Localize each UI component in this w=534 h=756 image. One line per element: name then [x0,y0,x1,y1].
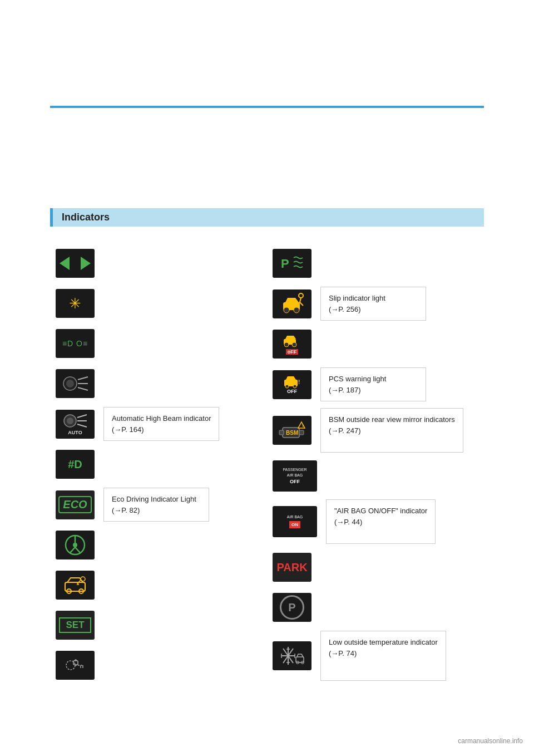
circled-p-icon: P [280,595,304,620]
svg-line-7 [77,415,87,418]
park-row: PARK [267,547,484,587]
indicators-grid: ✳ ≡D O≡ [50,243,484,685]
svg-line-9 [77,424,87,427]
slip-callout-ref: (→P. 256) [329,305,361,313]
eco-icon-box: ECO [56,490,95,519]
hash-d-icon-box: #D [56,450,95,479]
pcs-callout-ref: (→P. 187) [329,386,361,394]
temp-callout-ref: (→P. 74) [329,649,357,657]
section-header: Indicators [50,208,484,227]
slip-off-row: oFF [267,324,484,364]
steering-icon-box [56,531,95,559]
svg-rect-15 [65,582,85,591]
left-column: ✳ ≡D O≡ [50,243,267,685]
svg-rect-56 [296,657,304,662]
top-divider [50,106,484,108]
section-title: Indicators [62,212,110,223]
svg-marker-46 [298,422,305,428]
pcs-callout: PCS warning light (→P. 187) [320,367,426,401]
svg-text:!: ! [302,423,304,428]
pcs-off-label: OFF [287,389,297,394]
temp-row: Low outside temperature indicator (→P. 7… [267,627,484,684]
slip-indicator-row: Slip indicator light (→P. 256) [267,283,484,324]
svg-point-39 [285,385,289,388]
eco-row: ECO Eco Driving Indicator Light (→P. 82) [50,484,267,525]
bsm-row: BSM ! BSM outside rear view mirror indic… [267,405,484,456]
light-control-row: ✳ [50,283,267,323]
watermark: carmanualsonline.info [458,737,523,745]
edo-icon-box: ≡D O≡ [56,329,95,358]
p-waves-svg: P [278,252,306,274]
temp-svg [279,645,305,667]
auto-highbeam-row: AUTO Automatic High Beam indicator (→P. … [50,404,267,444]
eco-callout-text: Eco Driving Indicator Light [112,495,196,503]
hash-d-icon: #D [68,458,82,471]
slip-callout-text: Slip indicator light [329,294,385,302]
headlights-icon-box [56,369,95,398]
airbag-off-icon-box: PASSENGER AIR BAG OFF [273,460,317,492]
svg-rect-43 [279,430,284,435]
key-lock-icon-box [56,651,95,680]
svg-point-37 [292,342,296,347]
off-label: oFF [286,349,299,355]
turn-signal-icon-box [56,249,95,278]
edo-row: ≡D O≡ [50,323,267,364]
slip-svg [279,292,305,316]
park-text: PARK [276,561,307,574]
airbag-on-row: AIR BAG ON "AIR BAG ON/OFF" indicator (→… [267,496,484,547]
bsm-svg: BSM ! [278,419,306,441]
airbag-on-icon-box: AIR BAG ON [273,506,317,537]
p-waves-row: P [267,243,484,283]
airbag-callout-text: "AIR BAG ON/OFF" indicator [334,507,427,515]
svg-point-18 [81,577,85,581]
airbag-off-row: PASSENGER AIR BAG OFF [267,456,484,496]
hash-d-row: #D [50,444,267,484]
svg-point-31 [299,293,303,298]
eco-callout: Eco Driving Indicator Light (→P. 82) [103,488,209,522]
edo-icon: ≡D O≡ [62,339,88,348]
svg-point-30 [294,307,299,313]
passenger-label: PASSENGER [283,468,306,472]
key-lock-row [50,645,267,685]
svg-text:BSM: BSM [286,430,298,436]
svg-line-4 [78,387,88,390]
headlights-svg [61,374,89,393]
car-key-svg [62,575,88,596]
svg-text:!: ! [298,379,300,385]
svg-line-14 [75,547,81,553]
slip-off-svg [281,333,303,349]
auto-highbeam-icon: AUTO [62,413,88,435]
right-column: P [267,243,484,685]
svg-point-1 [66,380,74,387]
pcs-off-row: ! OFF PCS warning light (→P. 187) [267,364,484,405]
auto-highbeam-callout-ref: (→P. 164) [112,425,144,434]
airbag-callout-ref: (→P. 44) [334,518,362,526]
air-label: AIR BAG [287,515,303,519]
svg-line-2 [78,377,88,380]
pcs-off-icon-box: ! OFF [273,370,312,399]
svg-point-40 [293,385,296,388]
svg-text:P: P [281,257,289,271]
bsm-icon-box: BSM ! [273,416,312,445]
key-lock-svg [63,654,87,676]
temp-callout-text: Low outside temperature indicator [329,638,438,646]
airbag-label: AIR BAG [287,473,303,478]
airbag-off-icon: PASSENGER AIR BAG OFF [283,468,306,485]
eco-callout-ref: (→P. 82) [112,506,140,514]
temp-callout: Low outside temperature indicator (→P. 7… [320,631,446,681]
set-icon-box: SET [56,611,95,640]
park-icon-box: PARK [273,553,312,582]
bsm-callout-ref: (→P. 247) [329,426,361,435]
set-row: SET [50,605,267,645]
pcs-svg: ! [281,375,303,389]
headlights-row [50,364,267,404]
pcs-callout-text: PCS warning light [329,375,386,383]
bsm-callout: BSM outside rear view mirror indicators … [320,408,463,453]
airbag-on-box: ON [289,521,300,528]
svg-rect-26 [73,661,78,665]
bsm-callout-text: BSM outside rear view mirror indicators [329,415,455,424]
car-key-icon-box [56,571,95,600]
svg-line-32 [300,298,301,302]
turn-signal-icon [60,257,91,270]
arrow-right-icon [81,257,91,270]
